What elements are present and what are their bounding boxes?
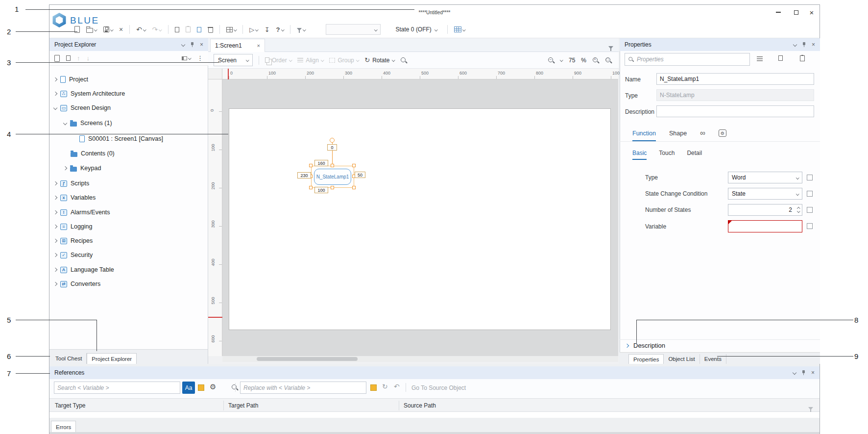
tree-item-project[interactable]: Project bbox=[49, 74, 208, 85]
tab-properties[interactable]: Properties bbox=[628, 354, 664, 364]
expand-right-icon[interactable] bbox=[53, 210, 57, 214]
expand-right-icon[interactable] bbox=[53, 181, 57, 185]
form-variable-checkbox[interactable] bbox=[807, 223, 813, 229]
expand-right-icon[interactable] bbox=[53, 77, 57, 81]
close-icon[interactable]: × bbox=[812, 42, 815, 48]
pin-icon[interactable] bbox=[802, 42, 806, 48]
references-undo-button[interactable]: ↶ bbox=[394, 383, 400, 390]
format-dropdown[interactable] bbox=[326, 24, 381, 35]
props-paste-button[interactable] bbox=[800, 55, 805, 61]
column-target-type[interactable]: Target Type bbox=[55, 402, 85, 409]
close-icon[interactable]: × bbox=[200, 42, 203, 48]
tree-item-screen-design[interactable]: ▭Screen Design bbox=[49, 102, 208, 114]
resize-handle-s[interactable] bbox=[331, 186, 334, 189]
redo-button[interactable]: ↷ bbox=[152, 26, 161, 33]
screen-canvas[interactable] bbox=[229, 108, 611, 330]
pin-icon[interactable] bbox=[801, 370, 806, 376]
tab-shape[interactable]: Shape bbox=[669, 130, 687, 141]
tree-item-keypad[interactable]: Keypad bbox=[49, 162, 208, 174]
tree-item-security[interactable]: ✓Security bbox=[49, 249, 208, 261]
zoom-fit-button[interactable]: □ bbox=[605, 57, 612, 64]
column-source-path[interactable]: Source Path bbox=[404, 402, 436, 409]
references-table-body[interactable] bbox=[49, 412, 820, 418]
duplicate-button[interactable] bbox=[197, 27, 201, 32]
form-scc-dropdown[interactable]: State bbox=[728, 188, 802, 200]
zoom-preset-chevron[interactable] bbox=[560, 58, 563, 61]
save-button[interactable] bbox=[103, 26, 113, 32]
match-case-button[interactable]: Aa bbox=[182, 382, 195, 394]
tab-advanced[interactable]: ⚙ bbox=[719, 129, 726, 142]
canvas-workspace[interactable]: N_StateLamp1 0 160 230 50 100 bbox=[222, 79, 618, 356]
props-list-button[interactable] bbox=[757, 56, 763, 61]
close-project-button[interactable]: × bbox=[119, 26, 123, 32]
help-button[interactable]: ? bbox=[276, 26, 284, 33]
rotate-dropdown[interactable]: ↻Rotate bbox=[364, 56, 394, 64]
close-button[interactable]: × bbox=[805, 7, 819, 18]
screen-dropdown[interactable]: Screen bbox=[214, 54, 253, 66]
pe-more-button[interactable]: ⋮ bbox=[197, 54, 203, 62]
form-type-checkbox[interactable] bbox=[807, 175, 813, 180]
refresh-button[interactable]: ↻ bbox=[382, 383, 388, 390]
panel-menu-icon[interactable] bbox=[793, 371, 796, 375]
group-dropdown[interactable]: Group bbox=[329, 57, 359, 64]
resize-handle-nw[interactable] bbox=[309, 164, 313, 167]
tree-item-variables[interactable]: xVariables bbox=[49, 192, 208, 204]
hscrollbar-thumb[interactable] bbox=[257, 357, 358, 361]
stepper-down-icon[interactable] bbox=[797, 206, 800, 213]
replace-highlight-button[interactable] bbox=[370, 384, 377, 391]
layout-panes-button[interactable] bbox=[226, 27, 237, 32]
state-selector-dropdown[interactable]: State 0 (OFF) bbox=[396, 26, 437, 33]
tab-tool-chest[interactable]: Tool Chest bbox=[51, 353, 87, 364]
expand-right-icon[interactable] bbox=[53, 225, 57, 229]
tab-events[interactable]: Events bbox=[700, 354, 726, 364]
undo-button[interactable]: ↶ bbox=[136, 26, 145, 33]
resize-handle-se[interactable] bbox=[352, 186, 356, 189]
open-button[interactable] bbox=[86, 26, 97, 33]
pe-move-up-button[interactable]: ↑ bbox=[77, 54, 80, 62]
zoom-out-button[interactable]: − bbox=[548, 57, 555, 64]
tab-object-list[interactable]: Object List bbox=[664, 354, 699, 364]
paste-button[interactable] bbox=[186, 26, 191, 32]
expand-right-icon[interactable] bbox=[53, 253, 57, 257]
n-statelamp-object[interactable]: N_StateLamp1 bbox=[314, 169, 351, 185]
resize-handle-n[interactable] bbox=[331, 164, 334, 167]
subtab-touch[interactable]: Touch bbox=[659, 150, 675, 160]
tab-link[interactable]: ∞ bbox=[700, 130, 705, 141]
tree-item-converters[interactable]: ⇄Converters bbox=[49, 278, 208, 290]
tree-item-screens[interactable]: Screens (1) bbox=[49, 117, 208, 129]
references-replace-input[interactable] bbox=[240, 382, 366, 394]
pe-move-down-button[interactable]: ↓ bbox=[87, 54, 90, 62]
expand-right-icon[interactable] bbox=[53, 239, 57, 243]
resize-handle-sw[interactable] bbox=[309, 186, 313, 189]
search-settings-button[interactable]: ⚙ bbox=[210, 383, 216, 391]
maximize-button[interactable] bbox=[789, 7, 803, 18]
tab-project-explorer[interactable]: Project Explorer bbox=[87, 353, 137, 364]
form-type-dropdown[interactable]: Word bbox=[728, 172, 802, 183]
column-target-path[interactable]: Target Path bbox=[228, 402, 258, 409]
properties-search-input[interactable] bbox=[625, 53, 750, 66]
tree-item-recipes[interactable]: ⊞Recipes bbox=[49, 235, 208, 247]
expand-down-icon[interactable] bbox=[63, 121, 67, 125]
tab-close-icon[interactable]: × bbox=[257, 43, 260, 49]
order-dropdown[interactable]: Order bbox=[265, 57, 291, 64]
pe-copy-button[interactable] bbox=[66, 55, 71, 61]
copy-button[interactable] bbox=[175, 27, 179, 32]
tree-item-system-architecture[interactable]: ∴System Architecture bbox=[49, 88, 208, 100]
resize-handle-ne[interactable] bbox=[352, 164, 356, 167]
props-copy-button[interactable] bbox=[778, 55, 783, 61]
tab-function[interactable]: Function bbox=[632, 130, 656, 141]
align-dropdown[interactable]: Align bbox=[297, 57, 323, 64]
expand-right-icon[interactable] bbox=[53, 282, 57, 286]
zoom-region-button[interactable] bbox=[400, 57, 407, 64]
subtab-basic[interactable]: Basic bbox=[632, 150, 647, 160]
form-states-stepper[interactable]: 2 bbox=[728, 204, 802, 216]
expand-right-icon[interactable] bbox=[53, 92, 57, 96]
download-button[interactable]: ↧ bbox=[265, 26, 270, 33]
table-filter-button[interactable] bbox=[808, 403, 813, 412]
table-view-button[interactable] bbox=[454, 26, 465, 32]
subtab-detail[interactable]: Detail bbox=[687, 150, 702, 160]
form-variable-input[interactable] bbox=[728, 220, 802, 232]
tree-item-language-table[interactable]: ALanguage Table bbox=[49, 264, 208, 276]
tabbar-filter-button[interactable] bbox=[608, 42, 613, 51]
form-scc-checkbox[interactable] bbox=[807, 191, 813, 197]
